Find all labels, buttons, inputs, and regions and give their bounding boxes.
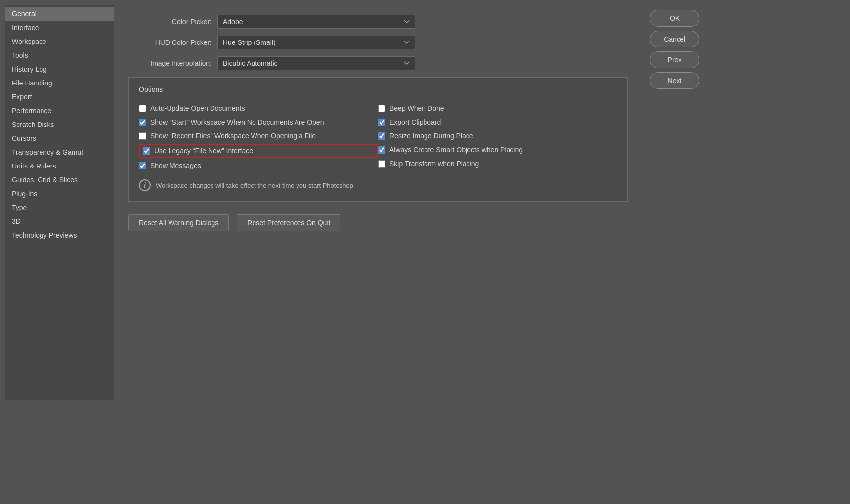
right-checkbox-1[interactable] bbox=[378, 119, 385, 126]
options-title: Options bbox=[139, 85, 617, 93]
sidebar-item-general[interactable]: General bbox=[5, 7, 114, 21]
sidebar-item-3d[interactable]: 3D bbox=[5, 214, 114, 228]
image-interpolation-label: Image Interpolation: bbox=[128, 59, 217, 67]
options-grid: Auto-Update Open DocumentsShow “Start” W… bbox=[139, 101, 617, 191]
sidebar-item-export[interactable]: Export bbox=[5, 90, 114, 104]
sidebar-item-workspace[interactable]: Workspace bbox=[5, 35, 114, 48]
sidebar-item-performance[interactable]: Performance bbox=[5, 104, 114, 118]
left-checkbox-label-4: Show Messages bbox=[150, 162, 201, 169]
reset-warnings-button[interactable]: Reset All Warning Dialogs bbox=[128, 214, 229, 231]
right-checkbox-label-2: Resize Image During Place bbox=[389, 132, 473, 140]
info-icon: i bbox=[139, 179, 151, 191]
sidebar-item-cursors[interactable]: Cursors bbox=[5, 131, 114, 145]
image-interpolation-row: Image Interpolation: Bicubic Automatic N… bbox=[128, 56, 628, 70]
right-checkbox-label-1: Export Clipboard bbox=[389, 118, 441, 126]
next-button[interactable]: Next bbox=[650, 72, 699, 89]
right-checkbox-label-3: Always Create Smart Objects when Placing bbox=[389, 146, 523, 154]
right-checkbox-label-0: Beep When Done bbox=[389, 104, 444, 112]
ok-button[interactable]: OK bbox=[650, 10, 699, 27]
left-checkbox-row-4: Show Messages bbox=[139, 159, 378, 172]
right-checkbox-4[interactable] bbox=[378, 160, 385, 168]
sidebar-item-plug-ins[interactable]: Plug-Ins bbox=[5, 187, 114, 201]
left-checkbox-row-0: Auto-Update Open Documents bbox=[139, 101, 378, 115]
main-content: Color Picker: Adobe Windows HUD Color Pi… bbox=[114, 5, 642, 400]
image-interpolation-select[interactable]: Bicubic Automatic Nearest Neighbor Bilin… bbox=[217, 56, 415, 70]
sidebar-item-tools[interactable]: Tools bbox=[5, 48, 114, 62]
info-row: i Workspace changes will take effect the… bbox=[139, 179, 617, 191]
info-text: Workspace changes will take effect the n… bbox=[156, 182, 355, 189]
right-checkbox-2[interactable] bbox=[378, 132, 385, 140]
color-picker-row: Color Picker: Adobe Windows bbox=[128, 15, 628, 29]
right-checkbox-row-0: Beep When Done bbox=[378, 101, 617, 115]
sidebar-item-type[interactable]: Type bbox=[5, 201, 114, 214]
right-checkbox-3[interactable] bbox=[378, 146, 385, 154]
left-checkboxes: Auto-Update Open DocumentsShow “Start” W… bbox=[139, 101, 378, 172]
left-checkbox-row-2: Show “Recent Files” Workspace When Openi… bbox=[139, 129, 378, 143]
color-picker-label: Color Picker: bbox=[128, 18, 217, 26]
sidebar-item-history-log[interactable]: History Log bbox=[5, 62, 114, 76]
sidebar-item-interface[interactable]: Interface bbox=[5, 21, 114, 35]
reset-preferences-button[interactable]: Reset Preferences On Quit bbox=[237, 214, 340, 231]
left-checkbox-label-1: Show “Start” Workspace When No Documents… bbox=[150, 118, 324, 126]
left-checkbox-label-3: Use Legacy “File New” Interface bbox=[154, 147, 253, 155]
right-checkbox-row-4: Skip Transform when Placing bbox=[378, 157, 617, 170]
right-checkbox-row-3: Always Create Smart Objects when Placing bbox=[378, 143, 617, 157]
left-checkbox-1[interactable] bbox=[139, 119, 146, 126]
right-panel: OK Cancel Prev Next bbox=[642, 5, 707, 400]
sidebar-item-transparency---gamut[interactable]: Transparency & Gamut bbox=[5, 145, 114, 159]
left-checkbox-4[interactable] bbox=[139, 162, 146, 169]
sidebar-item-scratch-disks[interactable]: Scratch Disks bbox=[5, 118, 114, 131]
sidebar-item-technology-previews[interactable]: Technology Previews bbox=[5, 228, 114, 242]
bottom-buttons: Reset All Warning Dialogs Reset Preferen… bbox=[128, 214, 628, 231]
left-checkbox-2[interactable] bbox=[139, 132, 146, 140]
left-checkbox-3[interactable] bbox=[143, 147, 150, 155]
right-checkbox-label-4: Skip Transform when Placing bbox=[389, 160, 479, 168]
right-checkbox-row-1: Export Clipboard bbox=[378, 115, 617, 129]
hud-color-picker-row: HUD Color Picker: Hue Strip (Small) Hue … bbox=[128, 36, 628, 49]
prev-button[interactable]: Prev bbox=[650, 51, 699, 68]
left-checkbox-0[interactable] bbox=[139, 105, 146, 112]
options-box: Options Auto-Update Open DocumentsShow “… bbox=[128, 77, 628, 202]
cancel-button[interactable]: Cancel bbox=[650, 31, 699, 47]
left-checkbox-row-1: Show “Start” Workspace When No Documents… bbox=[139, 115, 378, 129]
left-checkbox-row-3: Use Legacy “File New” Interface bbox=[139, 144, 378, 158]
sidebar-item-file-handling[interactable]: File Handling bbox=[5, 76, 114, 90]
hud-color-picker-label: HUD Color Picker: bbox=[128, 39, 217, 46]
right-checkboxes: Beep When DoneExport ClipboardResize Ima… bbox=[378, 101, 617, 172]
hud-color-picker-select[interactable]: Hue Strip (Small) Hue Strip (Medium) Hue… bbox=[217, 36, 415, 49]
right-checkbox-row-2: Resize Image During Place bbox=[378, 129, 617, 143]
color-picker-select[interactable]: Adobe Windows bbox=[217, 15, 415, 29]
sidebar: GeneralInterfaceWorkspaceToolsHistory Lo… bbox=[5, 5, 114, 400]
sidebar-item-units---rulers[interactable]: Units & Rulers bbox=[5, 159, 114, 173]
left-checkbox-label-0: Auto-Update Open Documents bbox=[150, 104, 245, 112]
left-checkbox-label-2: Show “Recent Files” Workspace When Openi… bbox=[150, 132, 316, 140]
right-checkbox-0[interactable] bbox=[378, 105, 385, 112]
sidebar-item-guides--grid---slices[interactable]: Guides, Grid & Slices bbox=[5, 173, 114, 187]
